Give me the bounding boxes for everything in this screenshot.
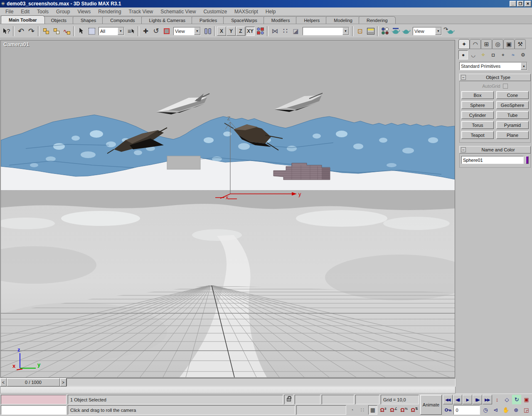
dropdown-arrow-icon[interactable]: ▼ (435, 27, 441, 35)
maxscript-listener-field[interactable] (1, 405, 66, 415)
tab-rendering[interactable]: Rendering (359, 16, 396, 24)
tab-main-toolbar[interactable]: Main Toolbar (1, 15, 45, 24)
redo-button[interactable]: ↷ (26, 26, 37, 37)
modify-tab-icon[interactable]: ◠ (470, 39, 481, 49)
undo-button[interactable]: ↶ (16, 26, 26, 37)
tab-modeling[interactable]: Modeling (326, 16, 360, 24)
tab-lights-cameras[interactable]: Lights & Cameras (141, 16, 193, 24)
menu-views[interactable]: Views (74, 8, 94, 15)
mirror-button[interactable]: ⋈ (270, 26, 280, 37)
menu-maxscript[interactable]: MAXScript (231, 8, 262, 15)
name-color-rollout-header[interactable]: − Name and Color (459, 146, 531, 154)
field-of-view-button[interactable]: ◇ (502, 395, 512, 404)
restrict-xy-plane-button[interactable]: XY (246, 27, 255, 36)
snap-toggle-3d-icon[interactable]: ▦ (368, 405, 377, 415)
systems-category-icon[interactable]: ⚙ (518, 50, 528, 59)
menu-group[interactable]: Group (52, 8, 74, 15)
selection-lock-toggle[interactable] (284, 395, 293, 404)
animate-button[interactable]: Animate (420, 395, 442, 415)
teapot-button[interactable]: Teapot (461, 131, 494, 139)
dolly-camera-button[interactable]: ↕ (493, 395, 502, 404)
percent-snap-icon[interactable]: Ω% (399, 405, 409, 415)
tab-modifiers[interactable]: Modifiers (264, 16, 298, 24)
menu-edit[interactable]: Edit (17, 8, 33, 15)
cone-button[interactable]: Cone (496, 91, 529, 99)
geometry-category-icon[interactable]: ● (458, 50, 468, 59)
restrict-z-button[interactable]: Z (236, 27, 245, 36)
menu-track-view[interactable]: Track View (125, 8, 157, 15)
menu-customize[interactable]: Customize (200, 8, 231, 15)
time-slider-track[interactable] (66, 378, 456, 386)
tab-particles[interactable]: Particles (192, 16, 225, 24)
selection-region-button[interactable] (86, 26, 97, 37)
named-selection-sets-dropdown[interactable]: ▼ (303, 27, 349, 35)
pyramid-button[interactable]: Pyramid (496, 121, 529, 129)
align-button[interactable]: ◪ (291, 26, 301, 37)
macro-recorder-field[interactable] (1, 395, 66, 404)
tab-objects[interactable]: Objects (43, 16, 74, 24)
render-last-icon[interactable]: ↷ (443, 26, 455, 37)
cameras-category-icon[interactable]: ◘ (488, 50, 498, 59)
render-type-dropdown[interactable]: View ▼ (413, 27, 442, 35)
coord-x-field[interactable] (295, 395, 320, 404)
select-and-scale-button[interactable] (161, 26, 172, 37)
cylinder-button[interactable]: Cylinder (461, 111, 494, 119)
object-name-input[interactable] (461, 156, 524, 164)
hierarchy-tab-icon[interactable]: ⊞ (481, 39, 492, 49)
spacewarps-category-icon[interactable]: ≈ (508, 50, 518, 59)
dropdown-arrow-icon[interactable]: ▼ (342, 27, 349, 35)
object-type-rollout-header[interactable]: − Object Type (459, 74, 531, 81)
collapse-icon[interactable]: − (461, 75, 466, 80)
selection-filter-dropdown[interactable]: All ▼ (99, 27, 124, 35)
restrict-y-button[interactable]: Y (227, 27, 236, 36)
previous-frame-arrow[interactable]: < (0, 378, 7, 386)
dropdown-arrow-icon[interactable]: ▼ (521, 62, 527, 70)
select-and-link-icon[interactable] (41, 26, 51, 37)
tube-button[interactable]: Tube (496, 111, 529, 119)
snap-3d-icon[interactable]: Ω3 (379, 405, 388, 415)
quick-render-icon[interactable] (401, 26, 411, 37)
restore-button[interactable]: ❐ (517, 1, 524, 7)
tab-shapes[interactable]: Shapes (73, 16, 104, 24)
play-button[interactable]: ▶ (463, 395, 472, 404)
unlink-selection-icon[interactable] (51, 26, 62, 37)
open-track-view-icon[interactable] (365, 26, 376, 37)
select-by-name-button[interactable]: ≡ (126, 26, 136, 37)
menu-file[interactable]: File (2, 8, 17, 15)
truck-camera-button[interactable]: ✋ (501, 405, 511, 415)
fov-button[interactable]: ⊲ (491, 405, 501, 415)
collapse-icon[interactable]: − (461, 147, 466, 152)
roll-camera-button[interactable]: ↻ (512, 395, 522, 404)
help-mode-icon[interactable]: ? (1, 26, 12, 37)
geosphere-button[interactable]: GeoSphere (496, 101, 529, 109)
viewport-label[interactable]: Camera01 (3, 41, 29, 47)
lights-category-icon[interactable]: ✧ (478, 50, 488, 59)
menu-schematic-view[interactable]: Schematic View (157, 8, 200, 15)
time-configuration-button[interactable]: ◷ (480, 405, 490, 415)
utilities-tab-icon[interactable]: ⚒ (515, 39, 526, 49)
autogrid-checkbox[interactable] (503, 84, 508, 89)
bind-to-spacewarp-icon[interactable]: ∿ (62, 26, 72, 37)
tab-compounds[interactable]: Compounds (102, 16, 143, 24)
go-to-end-button[interactable]: ▶▶ (483, 395, 492, 404)
menu-help[interactable]: Help (262, 8, 280, 15)
add-time-tag-field[interactable] (296, 405, 346, 415)
menu-rendering[interactable]: Rendering (94, 8, 125, 15)
next-frame-button[interactable]: ▮▶ (473, 395, 482, 404)
helpers-category-icon[interactable]: ⌖ (498, 50, 508, 59)
select-object-button[interactable] (76, 26, 86, 37)
key-mode-toggle[interactable] (443, 405, 453, 415)
reference-coordinate-dropdown[interactable]: View ▼ (173, 27, 201, 35)
box-button[interactable]: Box (461, 91, 494, 99)
shapes-category-icon[interactable]: ◡ (468, 50, 478, 59)
create-tab-icon[interactable]: ✦ (458, 39, 470, 49)
previous-frame-button[interactable]: ◀▮ (453, 395, 463, 404)
restrict-plane-cycle-icon[interactable] (255, 26, 266, 37)
restrict-x-button[interactable]: X (217, 27, 226, 36)
coord-y-field[interactable] (322, 395, 354, 404)
spinner-snap-icon[interactable]: Ω⇅ (410, 405, 419, 415)
tab-helpers[interactable]: Helpers (296, 16, 328, 24)
app-icon[interactable]: ✳ (1, 1, 5, 7)
menu-tools[interactable]: Tools (33, 8, 52, 15)
tab-spacewarps[interactable]: SpaceWarps (223, 16, 265, 24)
